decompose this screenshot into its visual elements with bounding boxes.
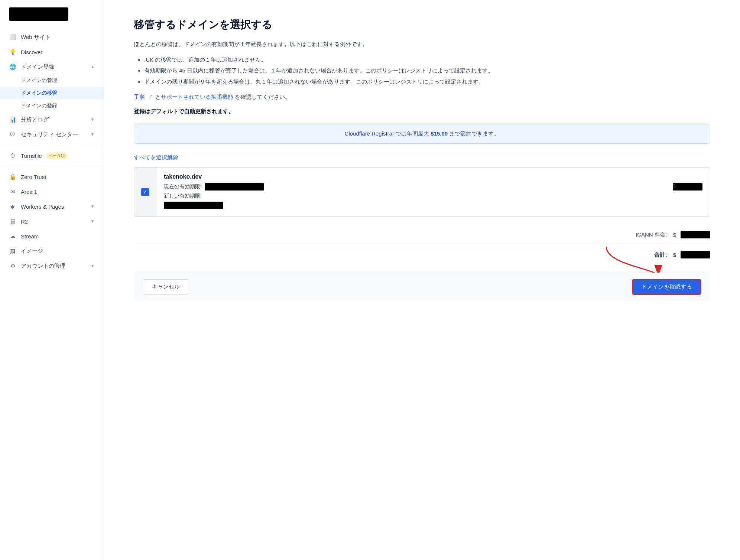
sidebar-logo [0,0,104,28]
total-amount-box [681,251,710,258]
sidebar-item-label: アカウントの管理 [21,263,65,270]
cloud-icon: ☁ [9,232,16,240]
sidebar-item-account-mgmt[interactable]: ⚙ アカウントの管理 ▼ [0,258,104,273]
globe-icon: 🌐 [9,63,16,71]
savings-banner: Cloudflare Registrar では年間最大 $15.00 まで節約で… [134,124,710,144]
lock-icon: 🔒 [9,173,16,180]
new-expiry-value [164,202,223,209]
mail-icon: ✉ [9,188,16,195]
current-expiry-row: 現在の有効期限: $ [164,183,702,191]
icann-label: ICANN 料金: [623,231,667,238]
sidebar-item-label: Workers & Pages [21,204,64,210]
chevron-down-icon: ▼ [90,219,95,224]
page-title: 移管するドメインを選択する [134,18,710,32]
sidebar-item-zero-trust[interactable]: 🔒 Zero Trust [0,169,104,184]
sidebar-sub-item-domain-transfer[interactable]: ドメインの移管 [0,87,104,100]
sidebar-item-stream[interactable]: ☁ Stream [0,229,104,244]
beta-badge: ベータ版 [46,152,67,159]
sidebar-item-label: Stream [21,233,39,240]
domain-name: takenoko.dev [164,173,702,180]
auto-renew-note: 登録はデフォルトで自動更新されます。 [134,108,710,115]
sidebar-navigation: ⬜ Web サイト 💡 Discover 🌐 ドメイン登録 ▲ ドメインの管理 … [0,30,104,553]
sidebar-item-label: セキュリティ センター [21,131,78,138]
main-content: 移管するドメインを選択する ほとんどの移管は、ドメインの有効期間が１年延長されま… [104,0,740,560]
intro-description: ほとんどの移管は、ドメインの有効期間が１年延長されます。以下はこれに対する例外で… [134,39,710,49]
sidebar-item-website[interactable]: ⬜ Web サイト [0,30,104,45]
link-suffix: を確認してください。 [235,94,291,100]
links-row: 手順 ↗ とサポートされている拡張機能 を確認してください。 [134,94,710,101]
lightbulb-icon: 💡 [9,48,16,56]
database-icon: 🗄 [9,218,16,225]
sidebar-item-security[interactable]: 🛡 セキュリティ センター ▼ [0,127,104,142]
sidebar-item-analytics[interactable]: 📊 分析とログ ▼ [0,112,104,127]
price-value: $ [673,183,702,191]
deselect-all-link[interactable]: すべてを選択解除 [134,154,710,161]
new-expiry-row: 新しい有効期限: [164,193,702,199]
sidebar-sub-item-label: ドメインの登録 [21,102,57,109]
exceptions-list: .UK の移管では、追加の１年は追加されません。 有効期限から 45 日以内に移… [134,55,710,87]
sidebar-item-label: Turnstile [21,153,42,159]
chevron-down-icon: ▼ [90,117,95,122]
sidebar-item-label: R2 [21,218,28,225]
new-expiry-value-row [164,202,702,211]
domain-card-content: takenoko.dev 現在の有効期限: $ 新しい有効期限: [156,167,710,216]
diamond-icon: ◆ [9,203,16,210]
icann-amount-box [681,231,710,238]
sidebar-item-r2[interactable]: 🗄 R2 ▼ [0,214,104,229]
current-expiry-label: 現在の有効期限: [164,183,202,190]
sidebar-item-discover[interactable]: 💡 Discover [0,45,104,59]
nav-divider [0,166,104,166]
procedure-link[interactable]: 手順 [134,94,145,100]
domain-card-row: ✓ takenoko.dev 現在の有効期限: $ 新しい有効期限: [134,167,710,216]
shield-icon: 🛡 [9,131,16,138]
footer-action-bar: キャンセル ドメインを確認する [134,273,710,301]
sidebar-item-label: Discover [21,49,42,55]
settings-icon: ⚙ [9,262,16,270]
browser-icon: ⬜ [9,33,16,41]
sidebar-item-label: 分析とログ [21,116,49,123]
list-item: ドメインの残り期間が９年を超える場合は、丸１年は追加されない場合があります。この… [144,77,710,87]
sidebar-item-images[interactable]: 🖼 イメージ [0,244,104,258]
current-expiry-value [205,183,264,191]
supported-features-link[interactable]: サポートされている拡張機能 [161,94,233,100]
sidebar-item-label: ドメイン登録 [21,64,54,71]
sidebar-item-turnstile[interactable]: ⏱ Turnstile ベータ版 [0,148,104,163]
sidebar-sub-item-domain-manage[interactable]: ドメインの管理 [0,74,104,87]
confirm-domain-button[interactable]: ドメインを確認する [632,279,701,295]
sidebar-sub-item-label: ドメインの管理 [21,77,57,84]
sidebar-item-label: Area 1 [21,189,37,195]
sidebar-sub-item-label: ドメインの移管 [21,90,57,97]
sidebar-item-domain-register[interactable]: 🌐 ドメイン登録 ▲ [0,59,104,74]
clock-icon: ⏱ [9,152,16,159]
savings-amount: $15.00 [431,130,448,137]
chevron-down-icon: ▼ [90,204,95,209]
sidebar-item-label: Zero Trust [21,174,46,180]
list-item: 有効期限から 45 日以内に移管が完了した場合は、１年が追加されない場合がありま… [144,66,710,75]
sidebar-item-label: イメージ [21,248,43,255]
image-icon: 🖼 [9,247,16,255]
chevron-down-icon: ▼ [90,263,95,268]
sidebar: ⬜ Web サイト 💡 Discover 🌐 ドメイン登録 ▲ ドメインの管理 … [0,0,104,560]
checkbox-checked-icon: ✓ [141,188,149,196]
sidebar-item-workers-pages[interactable]: ◆ Workers & Pages ▼ [0,199,104,214]
logo-box [9,7,68,21]
chart-icon: 📊 [9,116,16,123]
savings-text: Cloudflare Registrar では年間最大 $15.00 まで節約で… [345,130,500,137]
list-item: .UK の移管では、追加の１年は追加されません。 [144,55,710,65]
nav-divider [0,145,104,145]
icann-fee-row: ICANN 料金: $ [134,229,710,241]
new-expiry-label: 新しい有効期限: [164,193,202,199]
sidebar-item-area1[interactable]: ✉ Area 1 [0,184,104,199]
cancel-button[interactable]: キャンセル [143,279,189,294]
domain-checkbox[interactable]: ✓ [134,167,156,216]
total-value: $ [673,251,710,258]
chevron-down-icon: ▼ [90,132,95,137]
sidebar-sub-item-domain-new[interactable]: ドメインの登録 [0,100,104,112]
sidebar-item-label: Web サイト [21,34,51,41]
domain-card: ✓ takenoko.dev 現在の有効期限: $ 新しい有効期限: [134,167,710,217]
chevron-up-icon: ▲ [90,64,95,69]
icann-value: $ [673,231,710,238]
